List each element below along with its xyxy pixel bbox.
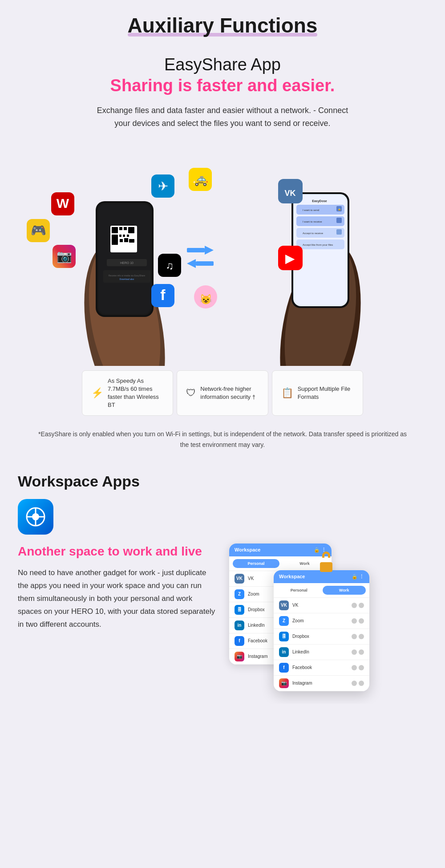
dropbox-label-front: Dropbox	[292, 634, 348, 639]
vk-label-front: VK	[292, 603, 348, 608]
linkedin-icon-back: in	[235, 621, 244, 630]
svg-rect-16	[127, 235, 129, 237]
dropbox-controls	[352, 634, 364, 639]
ws-back-header: Workspace 🔒 ⋮	[229, 544, 332, 556]
zoom-icon-back: Z	[235, 589, 244, 599]
ws-front-title: Workspace	[279, 574, 305, 579]
ws-front-header: Workspace 🔒 ⋮	[274, 570, 369, 583]
svg-rect-9	[112, 227, 118, 233]
feature-card-formats: 📋 Support Multiple File Formats	[272, 370, 363, 416]
feature-cards-container: ⚡ As Speedy As 7.7MB/s 60 times faster t…	[62, 370, 383, 421]
instagram-icon-front: 📷	[279, 678, 289, 688]
phone-illustration: HERO 10 Receive info or media via EasySh…	[0, 143, 445, 366]
facebook-icon-back: f	[235, 636, 244, 646]
ws-back-title: Workspace	[235, 547, 261, 552]
svg-rect-36	[336, 218, 342, 223]
svg-rect-18	[120, 239, 123, 242]
linkedin-icon-front: in	[279, 647, 289, 657]
instagram-label-front: Instagram	[292, 681, 348, 685]
svg-text:W: W	[57, 196, 69, 211]
easyshare-subtitle: Sharing is faster and easier.	[36, 76, 409, 95]
illustration-svg: HERO 10 Receive info or media via EasySh…	[0, 143, 445, 366]
speed-text: As Speedy As 7.7MB/s 60 times faster tha…	[108, 377, 164, 410]
feature-card-speed: ⚡ As Speedy As 7.7MB/s 60 times faster t…	[82, 370, 173, 416]
easyshare-title: EasyShare App	[36, 55, 409, 74]
workspace-content: Another space to work and live No need t…	[18, 544, 427, 686]
linkedin-controls	[352, 649, 364, 655]
zoom-icon-front: Z	[279, 616, 289, 626]
svg-text:I want to send: I want to send	[303, 209, 319, 211]
svg-text:🎮: 🎮	[31, 223, 46, 238]
svg-rect-12	[128, 227, 134, 233]
instagram-icon-back: 📷	[235, 652, 244, 661]
svg-text:😺: 😺	[200, 293, 212, 305]
zoom-controls	[352, 618, 364, 624]
formats-text: Support Multiple File Formats	[298, 385, 354, 401]
ws-back-tabs: Personal Work	[229, 556, 332, 571]
easyshare-section: EasyShare App Sharing is faster and easi…	[0, 46, 445, 143]
zoom-label-front: Zoom	[292, 618, 348, 623]
dropbox-icon-back: 🗄	[235, 605, 244, 615]
security-text: Network-free higher information security…	[200, 385, 259, 401]
easyshare-description: Exchange files and data faster and easie…	[89, 104, 356, 130]
feature-card-security: 🛡 Network-free higher information securi…	[177, 370, 268, 416]
facebook-icon-front: f	[279, 663, 289, 673]
workspace-section-title: Workspace Apps	[18, 473, 427, 490]
workspace-mockup-front: Workspace 🔒 ⋮ Personal Work VK VK	[274, 570, 369, 691]
svg-rect-44	[196, 261, 214, 266]
instagram-controls	[352, 681, 364, 686]
facebook-ctrl-1	[352, 665, 357, 670]
zoom-ctrl-1	[352, 618, 357, 624]
dropbox-ctrl-1	[352, 634, 357, 639]
svg-text:✈: ✈	[158, 179, 168, 193]
svg-text:Accept to receive: Accept to receive	[303, 232, 324, 235]
ws-front-app-linkedin: in LinkedIn	[274, 645, 369, 660]
svg-text:🚕: 🚕	[193, 172, 208, 187]
svg-text:📷: 📷	[57, 249, 72, 264]
lock-body	[320, 562, 332, 572]
formats-icon: 📋	[281, 386, 293, 400]
svg-text:▶: ▶	[285, 251, 295, 265]
speed-icon: ⚡	[91, 386, 103, 400]
facebook-ctrl-2	[359, 665, 364, 670]
svg-rect-10	[119, 227, 122, 230]
facebook-label-front: Facebook	[292, 665, 348, 670]
zoom-ctrl-2	[359, 618, 364, 624]
workspace-section: Workspace Apps Another space to work and…	[0, 459, 445, 704]
vk-icon-front: VK	[279, 600, 289, 610]
auxiliary-header: Auxiliary Functions	[0, 0, 445, 46]
ws-front-app-zoom: Z Zoom	[274, 613, 369, 629]
svg-rect-42	[187, 248, 205, 252]
svg-rect-19	[124, 238, 128, 242]
svg-rect-17	[112, 239, 118, 245]
svg-text:I want to receive: I want to receive	[303, 220, 322, 223]
workspace-description: No need to have another gadget for work …	[18, 567, 216, 631]
lock-shackle	[322, 552, 330, 558]
ws-front-app-list: VK VK Z Zoom	[274, 598, 369, 691]
dropbox-ctrl-2	[359, 634, 364, 639]
ws-front-app-facebook: f Facebook	[274, 660, 369, 676]
ws-front-app-dropbox: 🗄 Dropbox	[274, 629, 369, 645]
ws-tab-personal-front[interactable]: Personal	[277, 586, 321, 595]
svg-rect-11	[124, 227, 127, 230]
workspace-right-column: Workspace 🔒 ⋮ Personal Work VK VK Z Zoom	[229, 544, 427, 686]
svg-rect-20	[129, 239, 134, 243]
easyshare-disclaimer: *EasyShare is only enabled when you turn…	[0, 420, 445, 459]
svg-text:Receive info or media via Easy: Receive info or media via EasyShare	[109, 274, 145, 277]
ws-tab-work-front[interactable]: Work	[323, 586, 366, 595]
workspace-app-icon	[18, 499, 53, 535]
workspace-subtitle: Another space to work and live	[18, 544, 216, 560]
svg-text:🔒: 🔒	[338, 207, 341, 211]
security-icon: 🛡	[186, 386, 196, 400]
linkedin-ctrl-2	[359, 649, 364, 655]
svg-text:EasyDose: EasyDose	[312, 199, 327, 203]
vk-ctrl-1	[352, 603, 357, 608]
lock-icon-overlay	[318, 552, 336, 572]
ws-tab-personal-back[interactable]: Personal	[233, 559, 279, 568]
ws-front-app-vk: VK VK	[274, 598, 369, 613]
svg-text:VK: VK	[284, 189, 295, 198]
instagram-ctrl-2	[359, 681, 364, 686]
ws-front-tabs: Personal Work	[274, 583, 369, 598]
instagram-ctrl-1	[352, 681, 357, 686]
vk-icon-back: VK	[235, 574, 244, 584]
